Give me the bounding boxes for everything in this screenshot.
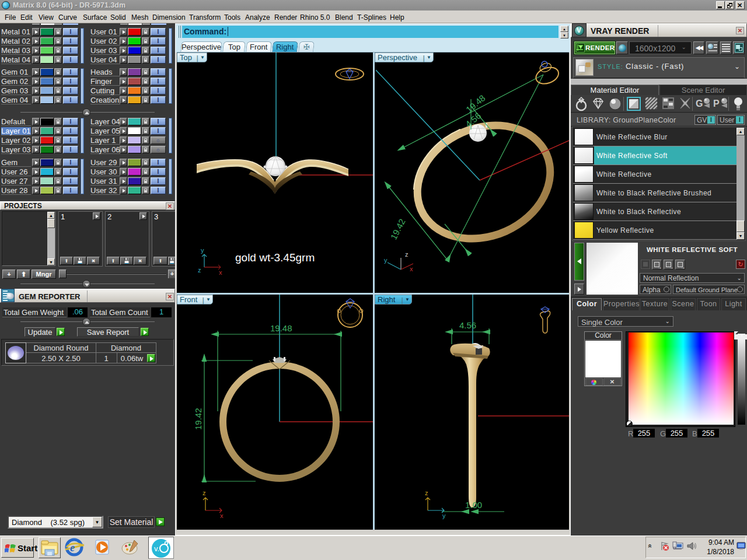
svg-text:G: G bbox=[696, 99, 703, 108]
svg-text:y: y bbox=[442, 512, 446, 519]
svg-text:19.42: 19.42 bbox=[389, 217, 407, 241]
svg-text:e: e bbox=[70, 542, 75, 554]
svg-text:gold wt-3.45grm: gold wt-3.45grm bbox=[235, 251, 315, 264]
svg-text:19.42: 19.42 bbox=[193, 408, 203, 430]
svg-text:y: y bbox=[201, 247, 204, 254]
svg-text:x: x bbox=[220, 512, 224, 519]
svg-text:P: P bbox=[713, 99, 720, 108]
svg-text:z: z bbox=[405, 251, 409, 258]
svg-text:z: z bbox=[203, 489, 206, 496]
svg-text:19.48: 19.48 bbox=[270, 323, 292, 333]
svg-text:4.56: 4.56 bbox=[459, 320, 476, 330]
svg-text:1.00: 1.00 bbox=[465, 500, 482, 510]
svg-text:y: y bbox=[384, 257, 388, 264]
svg-text:z: z bbox=[198, 267, 201, 274]
svg-text:x: x bbox=[410, 265, 413, 272]
svg-text:z: z bbox=[425, 489, 428, 496]
svg-text:x: x bbox=[219, 269, 222, 276]
svg-text:v.: v. bbox=[154, 544, 159, 553]
